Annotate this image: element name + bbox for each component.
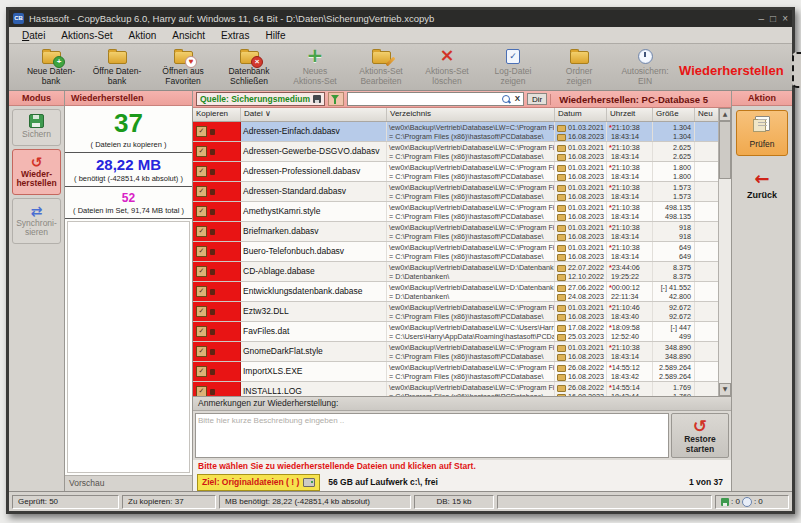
copy-checkbox[interactable]: ✓	[196, 366, 207, 377]
copy-checkbox[interactable]: ✓	[196, 386, 207, 396]
copy-cell[interactable]: ✓	[193, 342, 241, 361]
dir-button[interactable]: Dir	[527, 93, 547, 105]
copy-cell[interactable]: ✓	[193, 202, 241, 221]
file-name-cell[interactable]: CD-Ablage.dabase	[241, 262, 387, 281]
copy-cell[interactable]: ✓	[193, 322, 241, 341]
source-selector[interactable]: Quelle: Sicherungsmedium	[196, 92, 325, 106]
col-header-datum[interactable]: Datum	[555, 108, 607, 121]
copy-cell[interactable]: ✓	[193, 302, 241, 321]
file-name-cell[interactable]: Adressen-Einfach.dabasv	[241, 122, 387, 141]
copy-checkbox[interactable]: ✓	[196, 246, 207, 257]
file-name-cell[interactable]: Entwicklungsdatenbank.dabase	[241, 282, 387, 301]
file-name-cell[interactable]: Adressen-Professionell.dabasv	[241, 162, 387, 181]
table-row[interactable]: ✓Eztw32.DLL\ew0x\Backup\Vertrieb\Databas…	[193, 302, 718, 322]
copy-cell[interactable]: ✓	[193, 382, 241, 396]
copy-cell[interactable]: ✓	[193, 162, 241, 181]
table-row[interactable]: ✓Entwicklungsdatenbank.dabase\ew0x\Backu…	[193, 282, 718, 302]
table-row[interactable]: ✓INSTALL1.LOG\ew0x\Backup\Vertrieb\Datab…	[193, 382, 718, 396]
table-row[interactable]: ✓Adressen-Gewerbe-DSGVO.dabasv\ew0x\Back…	[193, 142, 718, 162]
scrollbar-track[interactable]	[719, 121, 731, 383]
file-name-cell[interactable]: Eztw32.DLL	[241, 302, 387, 321]
copy-checkbox[interactable]: ✓	[196, 126, 207, 137]
table-row[interactable]: ✓AmethystKamri.style\ew0x\Backup\Vertrie…	[193, 202, 718, 222]
menu-item-ansicht[interactable]: Ansicht	[165, 29, 212, 42]
file-name-cell[interactable]: AmethystKamri.style	[241, 202, 387, 221]
new-database-button[interactable]: +Neue Daten-bank	[19, 46, 83, 86]
table-row[interactable]: ✓Adressen-Standard.dabasv\ew0x\Backup\Ve…	[193, 182, 718, 202]
new-actionset-button[interactable]: +NeuesAktions-Set	[283, 46, 347, 86]
title-bar[interactable]: CB Hastasoft - CopyBackup 6.0, Harry auf…	[9, 10, 792, 27]
file-name-cell[interactable]: FavFiles.dat	[241, 322, 387, 341]
file-name-cell[interactable]: INSTALL1.LOG	[241, 382, 387, 396]
zurueck-button[interactable]: ← Zurück	[732, 170, 792, 200]
copy-cell[interactable]: ✓	[193, 282, 241, 301]
mode-synchronisieren[interactable]: ⇄Synchroni-sieren	[12, 198, 61, 244]
copy-checkbox[interactable]: ✓	[196, 286, 207, 297]
file-name-cell[interactable]: Briefmarken.dabasv	[241, 222, 387, 241]
show-logfile-button[interactable]: ✓Log-Dateizeigen	[481, 46, 545, 86]
mode-sichern[interactable]: Sichern	[12, 109, 61, 146]
copy-checkbox[interactable]: ✓	[196, 306, 207, 317]
copy-cell[interactable]: ✓	[193, 362, 241, 381]
table-row[interactable]: ✓ImportXLS.EXE\ew0x\Backup\Vertrieb\Data…	[193, 362, 718, 382]
table-row[interactable]: ✓Adressen-Einfach.dabasv\ew0x\Backup\Ver…	[193, 122, 718, 142]
copy-cell[interactable]: ✓	[193, 262, 241, 281]
copy-cell[interactable]: ✓	[193, 182, 241, 201]
col-header-uhrzeit[interactable]: Uhrzeit	[607, 108, 653, 121]
copy-cell[interactable]: ✓	[193, 122, 241, 141]
copy-checkbox[interactable]: ✓	[196, 326, 207, 337]
menu-item-datei[interactable]: Datei	[15, 29, 52, 42]
menu-item-aktion[interactable]: Aktion	[122, 29, 164, 42]
copy-checkbox[interactable]: ✓	[196, 346, 207, 357]
copy-cell[interactable]: ✓	[193, 242, 241, 261]
table-row[interactable]: ✓CD-Ablage.dabase\ew0x\Backup\Vertrieb\D…	[193, 262, 718, 282]
file-name-cell[interactable]: ImportXLS.EXE	[241, 362, 387, 381]
col-header-kopieren[interactable]: Kopieren	[193, 108, 241, 121]
close-database-button[interactable]: ×DatenbankSchließen	[217, 46, 281, 86]
copy-checkbox[interactable]: ✓	[196, 266, 207, 277]
table-scrollbar[interactable]: ▲ ▼	[718, 108, 731, 396]
file-name-cell[interactable]: Adressen-Standard.dabasv	[241, 182, 387, 201]
copy-checkbox[interactable]: ✓	[196, 206, 207, 217]
clear-search-button[interactable]: X	[512, 94, 523, 104]
minimize-button[interactable]: –	[759, 14, 765, 24]
menu-item-aktions-set[interactable]: Aktions-Set	[54, 29, 119, 42]
menu-item-extras[interactable]: Extras	[214, 29, 256, 42]
scrollbar-thumb[interactable]	[719, 121, 731, 179]
search-icon[interactable]	[502, 95, 510, 103]
open-database-button[interactable]: Öffne Daten-bank	[85, 46, 149, 86]
copy-checkbox[interactable]: ✓	[196, 146, 207, 157]
table-row[interactable]: ✓GnomeDarkFlat.style\ew0x\Backup\Vertrie…	[193, 342, 718, 362]
scroll-down-icon[interactable]: ▼	[719, 383, 731, 396]
copy-checkbox[interactable]: ✓	[196, 166, 207, 177]
target-badge[interactable]: Ziel: Originaldateien ( ! )	[197, 474, 320, 491]
delete-actionset-button[interactable]: ×Aktions-Setlöschen	[415, 46, 479, 86]
scroll-up-icon[interactable]: ▲	[719, 108, 731, 121]
copy-checkbox[interactable]: ✓	[196, 226, 207, 237]
edit-actionset-button[interactable]: Aktions-SetBearbeiten	[349, 46, 413, 86]
close-button[interactable]: ×	[782, 14, 788, 24]
restore-mode-arrow-icon[interactable]: ↓	[792, 52, 801, 88]
copy-cell[interactable]: ✓	[193, 222, 241, 241]
mode-wiederherstellen[interactable]: ↺Wieder-herstellen	[12, 149, 61, 195]
col-header-datei[interactable]: Datei ∨	[241, 108, 387, 121]
table-row[interactable]: ✓Adressen-Professionell.dabasv\ew0x\Back…	[193, 162, 718, 182]
file-name-cell[interactable]: Adressen-Gewerbe-DSGVO.dabasv	[241, 142, 387, 161]
maximize-button[interactable]: □	[770, 14, 776, 24]
table-row[interactable]: ✓Briefmarken.dabasv\ew0x\Backup\Vertrieb…	[193, 222, 718, 242]
copy-checkbox[interactable]: ✓	[196, 186, 207, 197]
menu-item-hilfe[interactable]: Hilfe	[258, 29, 292, 42]
col-header-verzeichnis[interactable]: Verzeichnis	[387, 108, 555, 121]
copy-cell[interactable]: ✓	[193, 142, 241, 161]
filter-button[interactable]	[328, 92, 344, 106]
file-name-cell[interactable]: Buero-Telefonbuch.dabasv	[241, 242, 387, 261]
autosave-button[interactable]: Autosichern:EIN	[613, 46, 677, 86]
file-name-cell[interactable]: GnomeDarkFlat.style	[241, 342, 387, 361]
notes-input[interactable]	[195, 413, 669, 458]
table-row[interactable]: ✓FavFiles.dat\ew0x\Backup\Vertrieb\Datab…	[193, 322, 718, 342]
pruefen-button[interactable]: Prüfen	[736, 110, 788, 156]
restore-start-button[interactable]: ↺ Restorestarten	[671, 413, 729, 458]
table-header-row[interactable]: Kopieren Datei ∨ Verzeichnis Datum Uhrze…	[193, 108, 718, 122]
show-folder-button[interactable]: Ordnerzeigen	[547, 46, 611, 86]
search-input[interactable]	[348, 94, 500, 104]
